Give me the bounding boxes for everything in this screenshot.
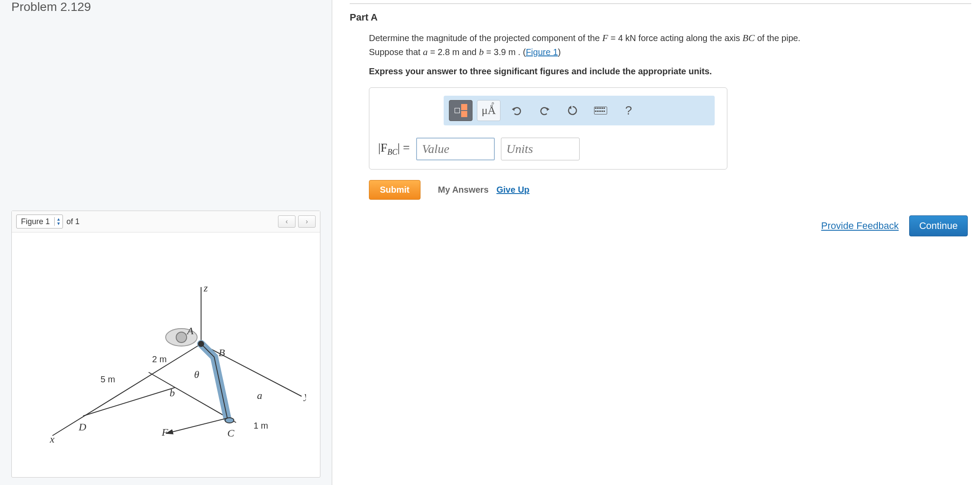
- help-icon: ?: [625, 104, 632, 118]
- undo-icon: [511, 106, 522, 115]
- mu-a-icon: μÅ: [482, 104, 496, 117]
- redo-icon: [539, 106, 550, 115]
- svg-text:y: y: [303, 390, 306, 401]
- chevron-right-icon: ›: [306, 218, 308, 225]
- footer-row: Provide Feedback Continue: [350, 215, 971, 236]
- undo-button[interactable]: [505, 100, 528, 121]
- svg-text:a: a: [257, 390, 262, 401]
- figure-prev-button[interactable]: ‹: [278, 215, 295, 228]
- fraction-icon: [455, 104, 467, 117]
- left-panel: Problem 2.129 Figure 1 ▲▼ of 1 ‹ ›: [0, 0, 332, 485]
- figure-select-label: Figure 1: [17, 217, 54, 226]
- figure-panel: Figure 1 ▲▼ of 1 ‹ ›: [11, 211, 320, 478]
- value-input[interactable]: [416, 138, 495, 160]
- figure-selector[interactable]: Figure 1 ▲▼: [16, 215, 63, 229]
- answer-box: μÅ ?: [369, 87, 727, 170]
- provide-feedback-link[interactable]: Provide Feedback: [821, 220, 899, 232]
- svg-text:θ: θ: [194, 369, 199, 380]
- svg-text:5 m: 5 m: [101, 374, 115, 384]
- submit-row: Submit My Answers Give Up: [369, 180, 971, 200]
- svg-text:D: D: [78, 421, 86, 433]
- svg-line-9: [166, 418, 227, 433]
- answer-input-row: |FBC| =: [378, 138, 718, 160]
- svg-text:b: b: [170, 387, 175, 398]
- figure-body: z y x A B C D b a θ F 2 m 5 m: [12, 232, 320, 477]
- continue-button[interactable]: Continue: [909, 215, 968, 236]
- answer-toolbar: μÅ ?: [444, 96, 715, 125]
- svg-point-7: [176, 332, 187, 343]
- svg-text:z: z: [203, 282, 208, 294]
- submit-button[interactable]: Submit: [369, 180, 420, 200]
- part-title: Part A: [350, 12, 971, 23]
- svg-line-4: [83, 388, 175, 416]
- problem-title: Problem 2.129: [0, 0, 332, 16]
- svg-text:C: C: [227, 427, 235, 439]
- svg-point-5: [198, 341, 204, 346]
- my-answers-label: My Answers: [438, 185, 489, 195]
- figure-count: of 1: [66, 217, 80, 226]
- reset-button[interactable]: [561, 100, 584, 121]
- divider: [350, 3, 971, 4]
- figure-link[interactable]: Figure 1: [526, 47, 558, 57]
- right-panel: Part A Determine the magnitude of the pr…: [332, 0, 980, 485]
- figure-select-stepper-icon[interactable]: ▲▼: [54, 217, 63, 226]
- chevron-left-icon: ‹: [285, 218, 288, 225]
- variable-label: |FBC| =: [378, 141, 410, 157]
- redo-button[interactable]: [533, 100, 556, 121]
- prompt-line-1: Determine the magnitude of the projected…: [369, 31, 971, 45]
- keyboard-button[interactable]: [589, 100, 612, 121]
- figure-next-button[interactable]: ›: [298, 215, 316, 228]
- symbols-button[interactable]: μÅ: [477, 100, 500, 121]
- template-picker-button[interactable]: [449, 100, 473, 121]
- reset-icon: [567, 105, 578, 116]
- svg-text:B: B: [219, 347, 225, 358]
- help-button[interactable]: ?: [617, 100, 640, 121]
- svg-text:2 m: 2 m: [152, 354, 167, 364]
- units-input[interactable]: [501, 138, 580, 160]
- svg-text:1 m: 1 m: [254, 421, 268, 430]
- svg-text:F: F: [161, 426, 168, 438]
- instruction: Express your answer to three significant…: [369, 65, 971, 78]
- svg-text:A: A: [186, 325, 194, 336]
- figure-diagram: z y x A B C D b a θ F 2 m 5 m: [26, 261, 306, 449]
- ring-icon: [492, 102, 494, 104]
- svg-text:x: x: [49, 433, 55, 445]
- figure-header: Figure 1 ▲▼ of 1 ‹ ›: [12, 211, 320, 232]
- prompt-line-2: Suppose that a = 2.8 m and b = 3.9 m . (…: [369, 45, 971, 59]
- give-up-link[interactable]: Give Up: [497, 185, 530, 195]
- keyboard-icon: [594, 107, 607, 114]
